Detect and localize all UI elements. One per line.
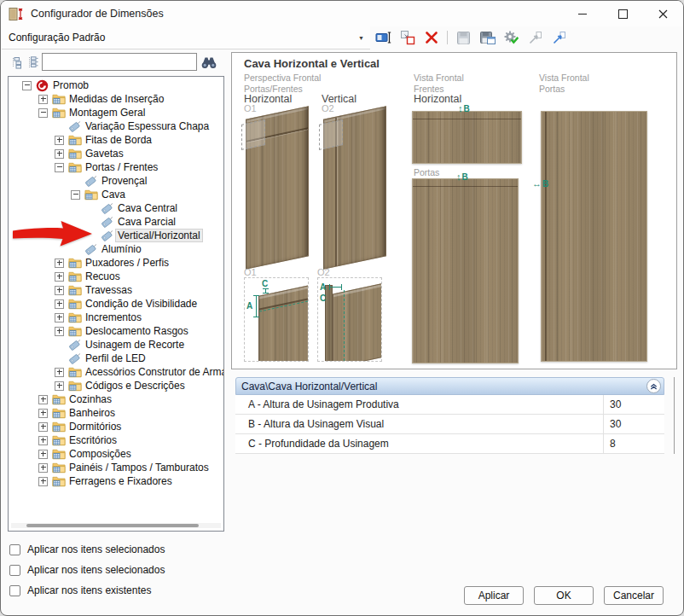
tree-expander-plus-icon[interactable] xyxy=(38,95,48,104)
duplicate-configuration-button[interactable] xyxy=(397,29,417,47)
tree-item[interactable]: Vertical/Horizontal xyxy=(9,229,223,242)
cancelar-button[interactable]: Cancelar xyxy=(604,586,664,605)
validate-button[interactable] xyxy=(501,29,521,47)
checkbox[interactable] xyxy=(9,565,20,576)
tree-item[interactable]: Condição de Visibilidade xyxy=(9,297,223,311)
tree-expander-plus-icon[interactable] xyxy=(55,136,64,145)
tree-expander-plus-icon[interactable] xyxy=(55,149,64,159)
tree-item[interactable]: Montagem Geral xyxy=(9,106,223,119)
tree-item-label: Dormitórios xyxy=(67,421,123,433)
tree-expander-plus-icon[interactable] xyxy=(55,381,64,391)
tree-expander-plus-icon[interactable] xyxy=(55,272,64,282)
tree-search-input[interactable] xyxy=(42,53,197,71)
tree-item[interactable]: Portas / Frentes xyxy=(9,160,223,174)
save-as-button[interactable] xyxy=(478,29,497,47)
tree-item[interactable]: Promob xyxy=(9,78,223,92)
tree-expander-plus-icon[interactable] xyxy=(38,395,48,404)
horizontal-scrollbar[interactable] xyxy=(11,523,221,528)
maximize-button[interactable] xyxy=(603,1,642,26)
dim-tick-c xyxy=(265,288,266,293)
rename-configuration-button[interactable] xyxy=(374,29,393,47)
tree-item[interactable]: Provençal xyxy=(9,174,223,188)
tree-item-label: Usinagem de Recorte xyxy=(84,339,186,351)
tree-expander-plus-icon[interactable] xyxy=(38,422,48,432)
tree-item[interactable]: Puxadores / Perfis xyxy=(9,256,223,270)
save-button[interactable] xyxy=(454,29,473,47)
tree-item[interactable]: Variação Espessura Chapa xyxy=(9,119,223,133)
folder-icon xyxy=(68,161,84,173)
property-value-input[interactable]: 8 xyxy=(603,434,664,453)
property-value-input[interactable]: 30 xyxy=(603,415,664,433)
tree-item[interactable]: Deslocamento Rasgos xyxy=(9,324,223,338)
checkbox[interactable] xyxy=(9,544,20,555)
tree-expander-minus-icon[interactable] xyxy=(38,108,48,118)
o1-detail-wood xyxy=(258,284,309,362)
door-horizontal-cava-image xyxy=(246,106,309,270)
collapse-properties-button[interactable] xyxy=(646,379,661,393)
tree-expander-minus-icon[interactable] xyxy=(55,163,64,172)
checkbox-label: Aplicar nos itens selecionados xyxy=(27,564,165,576)
ok-button[interactable]: OK xyxy=(534,586,594,605)
folder-icon xyxy=(68,325,84,337)
maximize-icon xyxy=(618,9,628,19)
tree-item[interactable]: Cozinhas xyxy=(9,392,223,406)
column-label-front-horizontal: Horizontal xyxy=(414,93,461,105)
tree-item-label: Montagem Geral xyxy=(67,107,147,119)
configuration-combobox[interactable]: Configuração Padrão ▼ xyxy=(2,26,370,49)
tree-expander-minus-icon[interactable] xyxy=(22,81,32,90)
tree-item[interactable]: Cava Central xyxy=(9,201,223,215)
tree-expander-plus-icon[interactable] xyxy=(38,436,48,445)
tree-item[interactable]: Códigos e Descrições xyxy=(9,379,223,392)
import-button[interactable] xyxy=(525,29,545,47)
expand-all-icon[interactable] xyxy=(26,55,41,70)
tree-expander-plus-icon[interactable] xyxy=(38,477,48,486)
properties-rows: A - Altura de Usinagem Produtiva30B - Al… xyxy=(235,395,664,454)
tree-item[interactable]: Cava xyxy=(9,188,223,201)
tree-item[interactable]: Escritórios xyxy=(9,433,223,447)
aplicar-button[interactable]: Aplicar xyxy=(464,586,524,605)
tree-item[interactable]: Fitas de Borda xyxy=(9,133,223,147)
tree-item[interactable]: Recuos xyxy=(9,270,223,283)
tree-expander-plus-icon[interactable] xyxy=(55,327,64,336)
tree-item[interactable]: Gavetas xyxy=(9,147,223,160)
tree-item[interactable]: Medidas de Inserção xyxy=(9,92,223,106)
tree-expander-plus-icon[interactable] xyxy=(38,409,48,418)
property-row: A - Altura de Usinagem Produtiva30 xyxy=(235,395,664,415)
tree-item[interactable]: Ferragens e Fixadores xyxy=(9,474,223,488)
folder-icon xyxy=(68,148,84,160)
preview-title: Cava Horizontal e Vertical xyxy=(244,57,380,70)
tree-item[interactable]: Travessas xyxy=(9,283,223,297)
checkbox[interactable] xyxy=(9,585,20,596)
tree-item[interactable]: Alumínio xyxy=(9,242,223,256)
tree-expander-plus-icon[interactable] xyxy=(38,450,48,459)
folder-icon xyxy=(68,311,84,323)
collapse-all-icon[interactable] xyxy=(9,55,25,70)
tree-expander-minus-icon[interactable] xyxy=(71,190,80,200)
tree-expander-plus-icon[interactable] xyxy=(38,463,48,473)
tree-expander-plus-icon[interactable] xyxy=(55,368,64,377)
tree-item-label: Escritórios xyxy=(67,434,119,446)
tree-expander-plus-icon[interactable] xyxy=(55,313,64,323)
o2-label: O2 xyxy=(322,103,334,113)
property-value-input[interactable]: 30 xyxy=(603,395,664,414)
tree-expander-plus-icon[interactable] xyxy=(55,299,64,309)
tree-expander-plus-icon[interactable] xyxy=(55,259,64,268)
export-button[interactable] xyxy=(549,29,569,47)
close-button[interactable] xyxy=(643,1,682,26)
tree-item[interactable]: Usinagem de Recorte xyxy=(9,338,223,352)
tree-expander-plus-icon[interactable] xyxy=(55,286,64,295)
o1-highlight-box xyxy=(241,119,265,150)
horizontal-scrollbar-thumb[interactable] xyxy=(26,524,199,527)
tree-item[interactable]: Painéis / Tampos / Tamburatos xyxy=(9,461,223,474)
tree-item[interactable]: Banheiros xyxy=(9,406,223,420)
tree-item[interactable]: Dormitórios xyxy=(9,420,223,433)
minimize-button[interactable] xyxy=(563,1,602,26)
tree-item[interactable]: Acessórios Construtor de Armário xyxy=(9,365,223,379)
tree-item[interactable]: Composições xyxy=(9,447,223,461)
tree-item[interactable]: Perfil de LED xyxy=(9,352,223,365)
tree-item[interactable]: Cava Parcial xyxy=(9,215,223,229)
binoculars-icon[interactable] xyxy=(199,54,219,71)
tree-panel: PromobMedidas de InserçãoMontagem GeralV… xyxy=(8,76,224,532)
tree-item[interactable]: Incrementos xyxy=(9,311,223,324)
delete-configuration-button[interactable] xyxy=(421,29,441,47)
